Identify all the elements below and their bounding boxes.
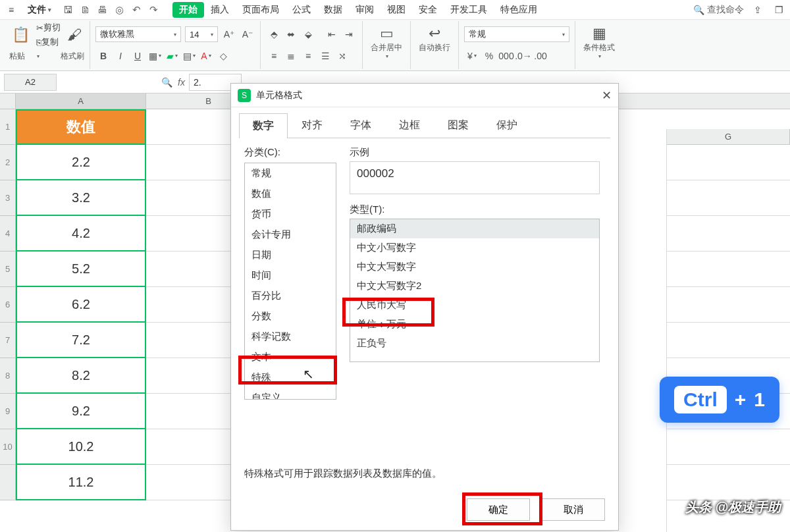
name-box[interactable]: A2: [4, 74, 57, 91]
currency-icon[interactable]: ¥▾: [464, 49, 480, 63]
zoom-icon[interactable]: 🔍: [159, 75, 174, 90]
row-header[interactable]: 8: [0, 358, 16, 394]
row-header[interactable]: 4: [0, 216, 16, 252]
category-item[interactable]: 百分比: [245, 286, 336, 306]
col-header-A[interactable]: A: [16, 93, 146, 109]
bold-button[interactable]: B: [95, 49, 111, 63]
decrease-decimal-icon[interactable]: .00: [533, 49, 548, 63]
select-all-corner[interactable]: [0, 93, 16, 109]
redo-icon[interactable]: ↷: [147, 4, 159, 16]
undo-icon[interactable]: ↶: [130, 4, 142, 16]
table-value-cell[interactable]: 8.2: [16, 358, 146, 394]
underline-button[interactable]: U: [130, 49, 145, 63]
type-item[interactable]: 正负号: [350, 334, 599, 353]
borders-button[interactable]: ▦▾: [147, 49, 163, 63]
ok-button[interactable]: 确定: [467, 498, 530, 521]
dlg-tab-font[interactable]: 字体: [336, 113, 385, 138]
window-icon[interactable]: ❐: [772, 3, 786, 17]
table-value-cell[interactable]: 10.2: [16, 429, 146, 465]
increase-decimal-icon[interactable]: .0→: [515, 49, 531, 63]
cancel-button[interactable]: 取消: [542, 498, 605, 521]
comma-icon[interactable]: 000: [498, 49, 514, 63]
table-value-cell[interactable]: 11.2: [16, 465, 146, 500]
category-item[interactable]: 日期: [245, 245, 336, 265]
type-list[interactable]: 邮政编码中文小写数字中文大写数字中文大写数字2人民币大写单位：万元正负号: [350, 219, 600, 362]
font-name-select[interactable]: 微软雅黑▾: [95, 26, 181, 42]
table-header-cell[interactable]: 数值: [16, 109, 146, 145]
align-right-icon[interactable]: ≡: [300, 49, 316, 63]
table-value-cell[interactable]: 7.2: [16, 323, 146, 358]
increase-font-icon[interactable]: A⁺: [222, 27, 236, 41]
dlg-tab-protect[interactable]: 保护: [483, 113, 531, 138]
tab-devtools[interactable]: 开发工具: [444, 3, 494, 17]
tab-layout[interactable]: 页面布局: [236, 3, 286, 17]
row-header[interactable]: 10: [0, 429, 16, 465]
indent-decrease-icon[interactable]: ⇤: [324, 27, 340, 41]
paste-button[interactable]: 📋: [9, 25, 32, 45]
tab-view[interactable]: 视图: [381, 3, 412, 17]
align-center-icon[interactable]: ≣: [283, 49, 299, 63]
type-item[interactable]: 中文大写数字: [350, 257, 599, 277]
table-value-cell[interactable]: 5.2: [16, 252, 146, 287]
category-item[interactable]: 会计专用: [245, 225, 336, 245]
hamburger-icon[interactable]: ≡: [4, 3, 18, 17]
tab-feature[interactable]: 特色应用: [494, 3, 544, 17]
row-header[interactable]: 1: [0, 109, 16, 145]
command-search[interactable]: 🔍 查找命令: [693, 4, 744, 16]
row-header[interactable]: 2: [0, 145, 16, 180]
category-item[interactable]: 特殊: [245, 367, 336, 388]
tab-data[interactable]: 数据: [317, 3, 349, 17]
justify-icon[interactable]: ☰: [317, 49, 333, 63]
font-color-button[interactable]: A▾: [198, 49, 214, 63]
save-as-icon[interactable]: 🗎: [79, 4, 91, 15]
table-value-cell[interactable]: 4.2: [16, 216, 146, 252]
share-icon[interactable]: ⇪: [750, 3, 765, 17]
fill-color-button[interactable]: ▰▾: [164, 49, 180, 63]
row-header[interactable]: [0, 465, 16, 500]
type-item[interactable]: 中文大写数字2: [350, 277, 599, 296]
category-item[interactable]: 科学记数: [245, 327, 336, 347]
tab-security[interactable]: 安全: [412, 3, 444, 17]
dlg-tab-number[interactable]: 数字: [239, 113, 288, 138]
tab-formula[interactable]: 公式: [286, 3, 317, 17]
dlg-tab-pattern[interactable]: 图案: [434, 113, 483, 138]
row-header[interactable]: 9: [0, 394, 16, 429]
merge-center-button[interactable]: ▭ 合并居中▾: [368, 24, 405, 61]
number-format-select[interactable]: 常规▾: [464, 26, 569, 42]
cut-button[interactable]: ✂ 剪切: [36, 22, 61, 34]
category-item[interactable]: 分数: [245, 306, 336, 327]
row-header[interactable]: 6: [0, 287, 16, 323]
format-painter-button[interactable]: 🖌: [65, 25, 84, 45]
type-item[interactable]: 邮政编码: [350, 219, 599, 238]
col-header-G[interactable]: G: [667, 129, 790, 145]
decrease-font-icon[interactable]: A⁻: [240, 27, 255, 41]
category-item[interactable]: 数值: [245, 184, 336, 204]
dlg-tab-border[interactable]: 边框: [385, 113, 434, 138]
print-preview-icon[interactable]: ◎: [113, 4, 125, 16]
align-left-icon[interactable]: ≡: [266, 49, 282, 63]
type-item[interactable]: 人民币大写: [350, 296, 599, 315]
type-item[interactable]: 中文小写数字: [350, 238, 599, 257]
percent-icon[interactable]: %: [481, 49, 497, 63]
category-item[interactable]: 常规: [245, 163, 336, 184]
print-icon[interactable]: 🖶: [96, 4, 108, 15]
category-item[interactable]: 货币: [245, 204, 336, 225]
table-value-cell[interactable]: 9.2: [16, 394, 146, 429]
category-item[interactable]: 文本: [245, 347, 336, 367]
align-middle-icon[interactable]: ⬌: [283, 27, 299, 41]
tab-review[interactable]: 审阅: [349, 3, 381, 17]
table-value-cell[interactable]: 3.2: [16, 180, 146, 216]
table-value-cell[interactable]: 2.2: [16, 145, 146, 180]
cell-style-button[interactable]: ▤▾: [181, 49, 197, 63]
indent-increase-icon[interactable]: ⇥: [341, 27, 357, 41]
table-value-cell[interactable]: 6.2: [16, 287, 146, 323]
dialog-close-button[interactable]: ✕: [602, 88, 612, 103]
category-list[interactable]: 常规数值货币会计专用日期时间百分比分数科学记数文本特殊自定义: [244, 163, 336, 400]
file-menu[interactable]: 文件 ▾: [21, 3, 58, 17]
row-header[interactable]: 5: [0, 252, 16, 287]
row-header[interactable]: 7: [0, 323, 16, 358]
dlg-tab-align[interactable]: 对齐: [288, 113, 336, 138]
wrap-text-button[interactable]: ↩ 自动换行: [416, 24, 453, 55]
italic-button[interactable]: I: [113, 49, 128, 63]
conditional-format-button[interactable]: ▦ 条件格式▾: [581, 24, 618, 61]
